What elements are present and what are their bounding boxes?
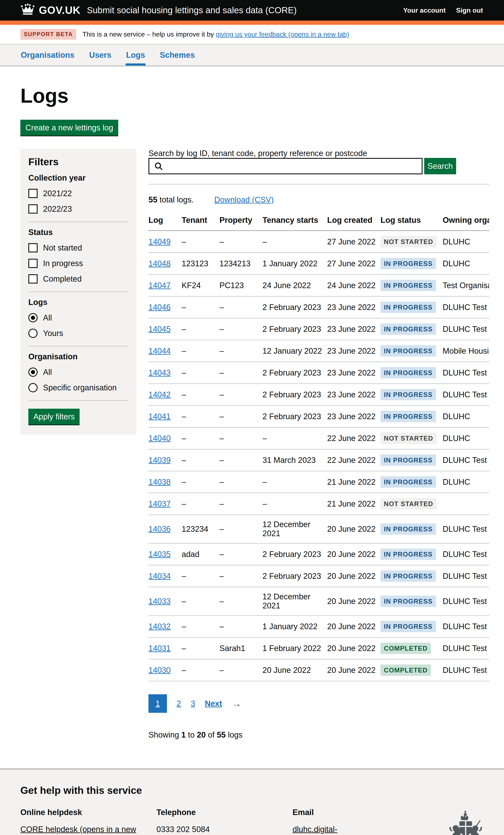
table-row: 14045 – – 2 February 2023 23 June 2022 I… (148, 318, 489, 340)
log-id-link[interactable]: 14042 (148, 390, 171, 399)
nav-item-organisations[interactable]: Organisations (20, 44, 75, 65)
core-helpdesk-link[interactable]: CORE helpdesk (opens in a new tab) (20, 825, 136, 835)
download-csv-link[interactable]: Download (CSV) (215, 195, 274, 204)
checkbox-option-in-progress[interactable]: In progress (28, 259, 128, 268)
footer-body: Online helpdesk CORE helpdesk (opens in … (20, 808, 489, 835)
property-cell: – (219, 406, 262, 427)
log-id-link[interactable]: 14033 (148, 597, 171, 606)
log-id-link[interactable]: 14030 (148, 666, 171, 675)
log-id-link[interactable]: 14044 (148, 347, 171, 355)
tenancy-starts-cell: 1 January 2022 (262, 615, 327, 637)
checkbox-control[interactable] (28, 189, 38, 198)
tenancy-starts-cell: 12 December 2021 (262, 515, 327, 543)
property-cell: – (219, 230, 262, 253)
results-divider (148, 184, 489, 184)
table-row: 14031 – Sarah1 1 February 2022 20 June 2… (148, 637, 489, 659)
property-cell: – (219, 471, 262, 493)
radio-control[interactable] (28, 383, 38, 392)
radio-control[interactable] (28, 329, 38, 338)
logs-table-wrapper: Log Tenant Property Tenancy starts Log c… (148, 213, 489, 681)
your-account-link[interactable]: Your account (403, 6, 446, 14)
checkbox-option-not-started[interactable]: Not started (28, 243, 128, 252)
search-row: Search (148, 158, 489, 174)
table-row: 14044 – – 12 January 2022 23 June 2022 I… (148, 340, 489, 362)
tenancy-starts-cell: 2 February 2023 (262, 296, 327, 318)
log-id-link[interactable]: 14049 (148, 237, 171, 246)
checkbox-option-completed[interactable]: Completed (28, 274, 128, 284)
owning-org-cell: DLUHC Test (443, 362, 489, 384)
pagination-page-1-current[interactable]: 1 (148, 694, 167, 713)
govuk-logo-link[interactable]: GOV.UK (20, 3, 81, 17)
radio-option-yours[interactable]: Yours (28, 329, 128, 338)
log-id-link[interactable]: 14045 (148, 325, 171, 333)
log-id-link[interactable]: 14043 (148, 368, 171, 377)
log-id-link[interactable]: 14040 (148, 434, 171, 443)
filters-panel: Filters Collection year2021/222022/23Sta… (20, 149, 137, 434)
tenancy-starts-cell: 20 June 2022 (262, 659, 327, 681)
checkbox-option-2022-23[interactable]: 2022/23 (28, 204, 128, 213)
radio-option-all[interactable]: All (28, 313, 128, 322)
nav-item-users[interactable]: Users (89, 44, 112, 65)
checkbox-control[interactable] (28, 243, 38, 252)
log-id-link[interactable]: 14039 (148, 456, 171, 465)
radio-option-all[interactable]: All (28, 368, 128, 377)
radio-control[interactable] (28, 368, 38, 377)
owning-org-cell: DLUHC (443, 471, 489, 493)
option-label: All (43, 313, 52, 322)
phase-banner-text: This is a new service – help us improve … (82, 30, 349, 38)
checkbox-control[interactable] (28, 259, 38, 268)
log-id-link[interactable]: 14034 (148, 572, 171, 581)
log-id-link[interactable]: 14031 (148, 644, 171, 653)
log-id-link[interactable]: 14047 (148, 281, 171, 290)
checkbox-option-2021-22[interactable]: 2021/22 (28, 189, 128, 198)
checkbox-control[interactable] (28, 204, 38, 213)
log-id-link[interactable]: 14032 (148, 622, 171, 631)
email-link[interactable]: dluhc.digital-services@levellingup.gov.u… (293, 825, 393, 835)
search-box (148, 158, 423, 174)
create-lettings-log-button[interactable]: Create a new lettings log (20, 120, 118, 136)
log-created-cell: 20 June 2022 (327, 615, 381, 637)
log-created-cell: 22 June 2022 (327, 449, 381, 471)
search-button[interactable]: Search (424, 158, 456, 174)
col-header-log-created: Log created (327, 213, 381, 230)
log-id-link[interactable]: 14035 (148, 550, 171, 558)
col-header-tenancy-starts: Tenancy starts (262, 213, 327, 230)
log-id-link[interactable]: 14046 (148, 303, 171, 312)
sign-out-link[interactable]: Sign out (456, 6, 483, 14)
pagination-next-link[interactable]: Next (205, 699, 222, 708)
tenant-cell: – (182, 449, 219, 471)
table-row: 14049 – – – 27 June 2022 NOT STARTED DLU… (148, 230, 489, 253)
feedback-link[interactable]: giving us your feedback (opens in a new … (216, 30, 349, 38)
tenant-cell: – (182, 406, 219, 427)
log-id-link[interactable]: 14037 (148, 500, 171, 508)
owning-org-cell: DLUHC (443, 427, 489, 449)
option-label: Completed (43, 274, 82, 284)
filter-groups: Collection year2021/222022/23StatusNot s… (28, 174, 128, 401)
owning-org-cell: DLUHC Test (443, 384, 489, 406)
pagination-page-2[interactable]: 2 (177, 699, 181, 708)
apply-filters-button[interactable]: Apply filters (28, 409, 80, 424)
pagination-page-3[interactable]: 3 (191, 699, 195, 708)
total-logs-count: 55 (148, 195, 157, 204)
table-row: 14041 – – 2 February 2023 23 June 2022 I… (148, 406, 489, 427)
radio-control[interactable] (28, 313, 38, 322)
log-id-link[interactable]: 14038 (148, 477, 171, 486)
footer-left: Online helpdesk CORE helpdesk (opens in … (20, 808, 440, 835)
radio-option-specific-organisation[interactable]: Specific organisation (28, 383, 128, 392)
option-label: Not started (43, 243, 82, 252)
checkbox-control[interactable] (28, 274, 38, 284)
email-heading: Email (293, 808, 420, 817)
log-id-link[interactable]: 14041 (148, 412, 171, 421)
tenancy-starts-cell: 2 February 2023 (262, 362, 327, 384)
log-id-link[interactable]: 14048 (148, 259, 171, 268)
nav-item-logs[interactable]: Logs (126, 44, 145, 65)
status-badge: COMPLETED (381, 665, 431, 676)
filter-group-label: Status (28, 228, 128, 237)
search-input[interactable] (148, 158, 423, 174)
service-name-link[interactable]: Submit social housing lettings and sales… (87, 5, 297, 15)
owning-org-cell: Test Organisa (443, 274, 489, 296)
tenancy-starts-cell: 2 February 2023 (262, 565, 327, 587)
tenancy-starts-cell: 2 February 2023 (262, 406, 327, 427)
log-id-link[interactable]: 14036 (148, 525, 171, 533)
nav-item-schemes[interactable]: Schemes (159, 44, 195, 65)
